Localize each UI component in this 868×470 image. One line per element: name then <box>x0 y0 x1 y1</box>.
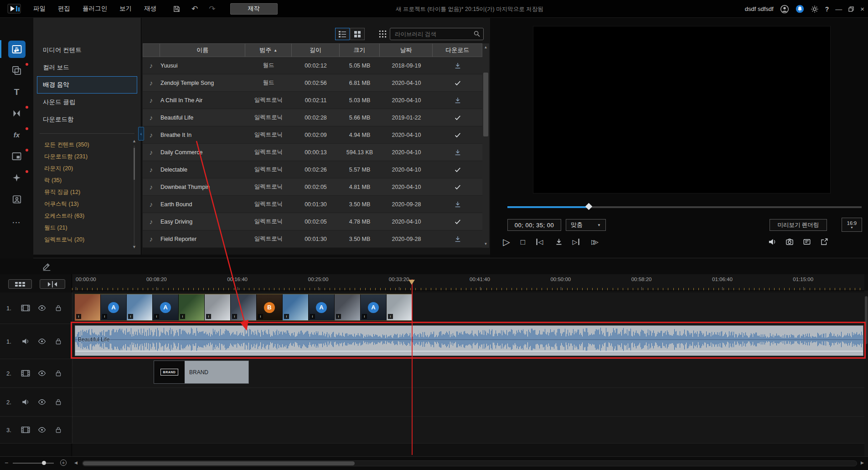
track-header[interactable]: 1. <box>0 324 72 359</box>
download-icon[interactable] <box>454 235 461 243</box>
menu-edit[interactable]: 편집 <box>58 5 70 13</box>
eye-icon[interactable] <box>37 338 46 345</box>
genre-item[interactable]: 어쿠스틱 (13) <box>33 198 141 210</box>
video-clip[interactable]: i <box>75 294 101 320</box>
cell-download[interactable] <box>433 166 482 173</box>
genre-item[interactable]: 모든 컨텐트 (350) <box>33 139 141 151</box>
download-icon[interactable] <box>454 201 461 208</box>
snapshot-camera-icon[interactable] <box>785 238 794 246</box>
cell-download[interactable] <box>433 62 482 69</box>
eye-icon[interactable] <box>37 305 46 311</box>
scroll-right-icon[interactable]: ▶ <box>861 460 864 465</box>
track-manager-button[interactable] <box>8 279 32 289</box>
track-header[interactable]: 3. <box>0 417 72 444</box>
library-scrollbar[interactable]: ▲ ▼ <box>482 43 489 248</box>
search-input[interactable] <box>390 28 484 40</box>
scroll-left-icon[interactable]: ◀ <box>74 460 78 465</box>
undock-preview-icon[interactable] <box>820 238 828 246</box>
video-clip[interactable]: Ai <box>101 294 127 320</box>
sidebar-item-transition-room[interactable] <box>0 103 33 124</box>
split-clip-button[interactable] <box>40 279 65 289</box>
notification-bell-icon[interactable] <box>796 5 804 13</box>
video-clip[interactable]: i <box>335 294 361 320</box>
table-row[interactable]: ♪ Delectable 일렉트로닉 00:02:26 5.57 MB 2020… <box>143 161 482 178</box>
settings-gear-icon[interactable] <box>811 5 819 13</box>
zoom-slider[interactable] <box>13 463 54 464</box>
column-name[interactable]: 이름 <box>160 44 246 57</box>
table-row[interactable]: ♪ Daily Commerce 일렉트로닉 00:00:13 594.13 K… <box>143 144 482 161</box>
sidebar-item-particle-room[interactable] <box>0 167 33 188</box>
lock-icon[interactable] <box>54 304 63 312</box>
download-icon[interactable] <box>454 62 461 69</box>
redo-icon[interactable]: ↷ <box>209 5 215 13</box>
cell-download[interactable] <box>433 97 482 104</box>
download-icon[interactable] <box>454 149 461 156</box>
preview-render-button[interactable]: 미리보기 렌더링 <box>770 219 827 231</box>
video-clip[interactable]: Ai <box>361 294 387 320</box>
table-row[interactable]: ♪ Beautiful Life 일렉트로닉 00:02:28 5.66 MB … <box>143 109 482 126</box>
column-size[interactable]: 크기 <box>340 44 380 57</box>
cell-download[interactable] <box>433 79 482 87</box>
category-item[interactable]: 배경 음악 <box>37 76 137 94</box>
video-clip[interactable]: i <box>387 294 413 320</box>
category-item[interactable]: 사운드 클립 <box>37 94 137 111</box>
zoom-in-icon[interactable]: + <box>60 460 67 466</box>
fast-forward-button[interactable]: ▷▷ <box>591 239 594 245</box>
table-row[interactable]: ♪ Yuusui 월드 00:02:12 5.05 MB 2018-09-19 <box>143 57 482 74</box>
cell-download[interactable] <box>433 183 482 191</box>
timeline-ruler[interactable]: 00:00:0000:08:2000:16:4000:25:0000:33:20… <box>72 274 864 291</box>
produce-button[interactable]: 제작 <box>230 3 278 15</box>
library-menu-grid-icon[interactable] <box>379 30 387 38</box>
sidebar-item-title-room[interactable]: T <box>0 81 33 103</box>
video-clip[interactable]: Ai <box>153 294 179 320</box>
sidebar-item-overlay-room[interactable] <box>0 60 33 81</box>
cell-download[interactable] <box>433 114 482 121</box>
video-clip[interactable]: Ai <box>309 294 335 320</box>
seek-handle[interactable] <box>585 203 592 210</box>
lock-icon[interactable] <box>54 426 63 433</box>
track-header[interactable]: 1. <box>0 292 72 324</box>
genre-item[interactable]: 락 (35) <box>33 174 141 186</box>
genre-item[interactable]: 뮤직 징글 (12) <box>33 186 141 198</box>
audio-clip[interactable]: Beautiful Life <box>75 325 863 356</box>
save-icon[interactable] <box>173 5 181 13</box>
draw-tool-icon[interactable] <box>42 261 52 271</box>
undo-icon[interactable]: ↶ <box>191 5 198 13</box>
list-view-button[interactable] <box>335 28 350 40</box>
menu-play[interactable]: 재생 <box>144 5 156 13</box>
timeline-vertical-scrollbar-thumb[interactable] <box>865 296 868 344</box>
collapse-panel-button[interactable]: ‹ <box>138 127 144 141</box>
sidebar-item-more[interactable]: ... <box>0 210 33 231</box>
next-frame-button[interactable]: ▷ <box>573 239 579 245</box>
eye-icon[interactable] <box>37 399 46 405</box>
video-clip[interactable]: i <box>179 294 205 320</box>
table-row[interactable]: ♪ A Chill In The Air 일렉트로닉 00:02:11 5.03… <box>143 92 482 109</box>
lock-icon[interactable] <box>54 370 63 377</box>
sidebar-item-capture-room[interactable] <box>0 188 33 210</box>
video-clip[interactable]: i <box>231 294 257 320</box>
track-header[interactable]: 2. <box>0 388 72 417</box>
table-row[interactable]: ♪ Field Reporter 일렉트로닉 00:01:30 3.50 MB … <box>143 230 482 248</box>
timecode-display[interactable]: 00; 00; 35; 00 <box>507 219 561 231</box>
close-icon[interactable]: × <box>860 5 864 12</box>
eye-icon[interactable] <box>37 427 46 433</box>
column-length[interactable]: 길이 <box>292 44 340 57</box>
zoom-slider-handle[interactable] <box>42 461 46 465</box>
track-content[interactable] <box>72 388 864 417</box>
library-scrollbar-thumb[interactable] <box>483 73 488 136</box>
grid-view-button[interactable] <box>350 28 365 40</box>
previous-frame-button[interactable]: ◁ <box>537 239 543 245</box>
table-row[interactable]: ♪ Easy Driving 일렉트로닉 00:02:05 4.78 MB 20… <box>143 213 482 230</box>
lock-icon[interactable] <box>54 338 63 345</box>
timeline-horizontal-scrollbar-thumb[interactable] <box>83 461 355 465</box>
genre-item[interactable]: 다운로드함 (231) <box>33 151 141 162</box>
play-button[interactable]: ▷ <box>503 237 510 246</box>
video-clip[interactable]: i <box>205 294 231 320</box>
column-date[interactable]: 날짜 <box>380 44 433 57</box>
cell-download[interactable] <box>433 235 482 243</box>
maximize-icon[interactable] <box>848 6 854 12</box>
menu-plugin[interactable]: 플러그인 <box>83 5 107 13</box>
table-row[interactable]: ♪ Zendoji Temple Song 월드 00:02:56 6.81 M… <box>143 74 482 92</box>
genre-item[interactable]: 오케스트라 (63) <box>33 210 141 222</box>
video-clip[interactable]: i <box>283 294 309 320</box>
